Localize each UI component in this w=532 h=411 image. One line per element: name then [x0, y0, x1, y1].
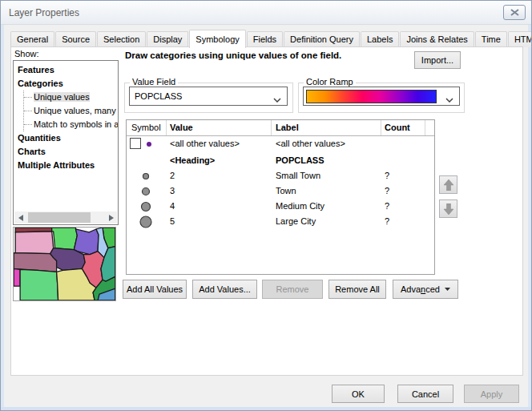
color-ramp-gradient — [306, 90, 437, 103]
map-region-colorado — [14, 268, 20, 286]
method-description: Draw categories using unique values of o… — [125, 50, 341, 60]
move-down-button[interactable] — [439, 199, 457, 218]
table-row-large-city[interactable]: 5 Large City ? — [127, 214, 434, 229]
values-table-header: Symbol Value Label Count — [127, 120, 434, 136]
show-item-unique-values-many[interactable]: Unique values, many — [24, 104, 118, 118]
advanced-button[interactable]: Advanced — [393, 280, 458, 299]
value-field-group-label: Value Field — [130, 77, 178, 87]
import-button[interactable]: Import... — [414, 51, 461, 69]
header-label: Label — [276, 123, 299, 132]
window-title: Layer Properties — [9, 7, 79, 18]
column-separator — [425, 120, 425, 135]
chevron-down-icon — [273, 95, 281, 104]
symbol-cell — [127, 136, 166, 151]
color-ramp-group-label: Color Ramp — [304, 77, 356, 87]
show-item-unique-values[interactable]: Unique values — [24, 91, 118, 104]
ok-button[interactable]: OK — [332, 385, 385, 403]
tree-branch-icon — [24, 124, 32, 125]
table-row-heading[interactable]: <Heading> POPCLASS — [127, 153, 434, 168]
table-row-small-town[interactable]: 2 Small Town ? — [127, 168, 434, 183]
close-icon — [510, 9, 519, 16]
tab-general[interactable]: General — [10, 31, 54, 47]
symbol-cell — [127, 168, 166, 183]
advanced-label: Advanced — [401, 284, 440, 294]
point-symbol-icon — [138, 169, 154, 183]
title-bar[interactable]: Layer Properties — [1, 1, 531, 25]
header-value: Value — [170, 123, 193, 132]
symbol-cell — [127, 183, 166, 199]
chevron-down-icon — [445, 95, 453, 104]
remove-all-button[interactable]: Remove All — [328, 280, 386, 299]
tree-branch-icon — [24, 97, 32, 98]
point-symbol-icon — [138, 184, 154, 199]
dialog-frame-bottom — [1, 407, 531, 410]
scroll-right-icon[interactable] — [105, 212, 117, 224]
tab-labels[interactable]: Labels — [361, 31, 399, 47]
tab-source[interactable]: Source — [55, 31, 96, 47]
tab-fields[interactable]: Fields — [247, 31, 283, 47]
show-panel-hscrollbar[interactable] — [14, 212, 117, 224]
show-item-quantities[interactable]: Quantities — [18, 131, 118, 145]
map-preview-svg — [14, 228, 115, 300]
tab-time[interactable]: Time — [475, 31, 507, 47]
point-symbol-icon — [138, 199, 154, 214]
color-ramp-dropdown[interactable] — [303, 87, 460, 106]
show-panel-tree: Features Categories Unique values Unique… — [13, 60, 119, 225]
tab-symbology[interactable]: Symbology — [189, 30, 245, 48]
map-region-minnesota — [52, 228, 78, 250]
table-row-all-other-values[interactable]: <all other values> <all other values> — [127, 136, 434, 153]
header-symbol: Symbol — [131, 123, 161, 132]
add-values-button[interactable]: Add Values... — [192, 280, 257, 299]
tab-bar: General Source Selection Display Symbolo… — [10, 30, 526, 47]
show-item-multiple-attributes[interactable]: Multiple Attributes — [18, 159, 118, 172]
column-separator — [271, 120, 272, 135]
map-region-south-dakota — [15, 232, 53, 254]
scroll-left-icon[interactable] — [14, 212, 26, 224]
add-all-values-button[interactable]: Add All Values — [123, 280, 187, 299]
tab-definition-query[interactable]: Definition Query — [284, 31, 360, 47]
apply-button[interactable]: Apply — [464, 385, 519, 403]
column-separator — [381, 120, 381, 135]
show-item-match-symbols[interactable]: Match to symbols in a — [24, 118, 118, 131]
value-field-selected: POPCLASS — [135, 91, 182, 101]
column-separator — [166, 120, 167, 135]
tab-display[interactable]: Display — [147, 31, 188, 47]
map-region-kansas — [20, 269, 58, 300]
remove-button[interactable]: Remove — [262, 280, 323, 299]
tree-branch-icon — [24, 111, 32, 111]
close-button[interactable] — [503, 5, 526, 20]
values-table: Symbol Value Label Count <all other valu… — [126, 119, 435, 275]
table-row-medium-city[interactable]: 4 Medium City ? — [127, 199, 434, 214]
show-item-charts[interactable]: Charts — [18, 145, 118, 159]
dropdown-arrow-icon — [445, 288, 450, 291]
dialog-frame-left — [1, 25, 4, 410]
arrow-down-icon — [444, 203, 453, 215]
arrow-up-icon — [444, 179, 453, 191]
tab-selection[interactable]: Selection — [97, 31, 146, 47]
symbology-tab-page: Show: Features Categories Unique values … — [10, 46, 523, 376]
map-region-wisconsin — [74, 229, 99, 255]
cancel-button[interactable]: Cancel — [397, 385, 453, 403]
all-other-values-checkbox[interactable] — [130, 138, 141, 149]
symbol-cell — [127, 199, 166, 214]
categories-children: Unique values Unique values, many Match … — [23, 91, 118, 131]
point-symbol-icon — [144, 137, 154, 150]
symbology-preview-map — [13, 227, 116, 301]
dialog-frame-right — [528, 25, 531, 410]
point-symbol-icon — [138, 215, 154, 229]
value-field-dropdown[interactable]: POPCLASS — [129, 87, 288, 106]
scrollbar-thumb[interactable] — [28, 212, 91, 223]
layer-properties-dialog: Layer Properties General Source Selectio… — [0, 0, 532, 411]
table-row-town[interactable]: 3 Town ? — [127, 183, 434, 199]
symbol-cell — [127, 214, 166, 229]
header-count: Count — [385, 123, 410, 132]
show-item-categories[interactable]: Categories — [18, 77, 118, 91]
show-item-features[interactable]: Features — [18, 63, 118, 77]
move-up-button[interactable] — [439, 175, 457, 194]
tab-joins-relates[interactable]: Joins & Relates — [400, 31, 474, 47]
tab-html-popup[interactable]: HTML Popup — [508, 31, 532, 47]
show-label: Show: — [14, 49, 39, 58]
